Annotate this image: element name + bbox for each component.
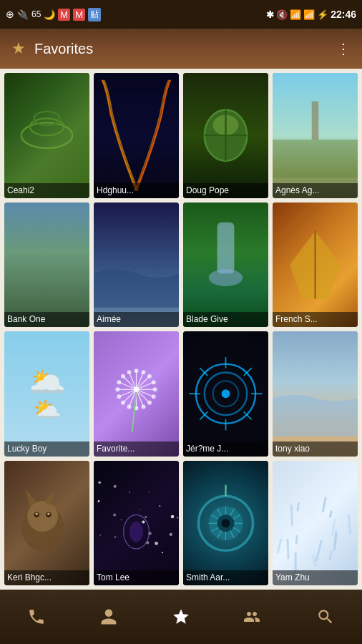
grid-item-4[interactable]: Bank One: [4, 203, 89, 328]
svg-point-32: [117, 380, 121, 384]
grid-item-15[interactable]: Yam Zhu: [273, 461, 358, 586]
grid-item-5[interactable]: Aimée: [94, 203, 179, 328]
grid-item-label-3: Agnès Ag...: [273, 183, 358, 198]
svg-point-42: [147, 374, 152, 379]
svg-line-17: [137, 389, 150, 403]
svg-line-33: [123, 376, 137, 390]
mute-icon: 🔇: [276, 9, 288, 20]
svg-point-72: [121, 519, 122, 519]
grid-item-11[interactable]: tony xiao: [273, 331, 358, 457]
grid-item-13[interactable]: Tom Lee: [94, 461, 179, 586]
svg-rect-119: [328, 550, 332, 560]
svg-line-41: [137, 376, 150, 390]
svg-rect-9: [217, 222, 235, 273]
grid-item-14[interactable]: Smith Aar...: [183, 461, 268, 586]
grid-item-12[interactable]: Keri Bhgc...: [4, 461, 89, 586]
battery-percent: 65: [31, 9, 41, 19]
grid-item-label-7: French S...: [273, 312, 358, 327]
grid-item-label-10: Jér?me J...: [183, 441, 268, 457]
svg-rect-116: [290, 504, 293, 526]
svg-line-25: [123, 389, 137, 403]
svg-point-77: [139, 509, 140, 509]
grid-item-label-13: Tom Lee: [94, 570, 179, 585]
svg-point-28: [117, 394, 121, 399]
svg-point-49: [222, 389, 230, 398]
nav-search[interactable]: [290, 608, 362, 626]
svg-rect-7: [273, 140, 358, 178]
grid-item-label-0: Ceahi2: [4, 183, 89, 198]
svg-rect-105: [276, 538, 282, 553]
svg-rect-107: [322, 497, 327, 512]
svg-rect-118: [328, 510, 332, 518]
grid-item-label-9: Favorite...: [94, 441, 179, 457]
grid-item-9[interactable]: Favorite...: [94, 331, 179, 457]
svg-point-70: [113, 513, 116, 516]
svg-rect-111: [287, 538, 290, 559]
grid-item-8[interactable]: 🌥️⛅ Lucky Boy: [4, 331, 89, 457]
svg-point-18: [147, 401, 152, 405]
svg-point-82: [114, 484, 117, 487]
svg-point-30: [115, 387, 119, 391]
time-display: 22:46: [331, 9, 356, 20]
svg-point-66: [129, 492, 130, 492]
nav-groups[interactable]: [217, 608, 290, 626]
usb-icon: 🔌: [17, 9, 29, 20]
svg-point-67: [170, 532, 172, 535]
grid-item-label-5: Aimée: [94, 312, 179, 327]
grid-item-0[interactable]: Ceahi2: [4, 73, 89, 198]
grid-item-3[interactable]: Agnès Ag...: [273, 73, 358, 198]
svg-rect-115: [315, 540, 323, 561]
grid-item-7[interactable]: French S...: [273, 203, 358, 328]
svg-point-71: [142, 520, 145, 523]
svg-rect-117: [295, 552, 297, 572]
svg-point-26: [121, 401, 125, 405]
header-star-icon: ★: [11, 39, 26, 58]
svg-point-14: [153, 387, 157, 391]
svg-point-68: [145, 516, 147, 518]
grid-item-label-8: Lucky Boy: [4, 441, 89, 457]
svg-point-78: [98, 481, 101, 484]
svg-point-73: [155, 542, 158, 545]
svg-point-16: [152, 394, 156, 399]
svg-point-83: [177, 517, 178, 518]
svg-point-76: [162, 552, 163, 553]
grid-item-label-12: Keri Bhgc...: [4, 570, 89, 585]
svg-point-10: [209, 269, 243, 286]
favorites-grid: Ceahi2 Hdghuu... Doug Pope Agnès Ag...Ba…: [0, 69, 362, 590]
nav-contacts[interactable]: [72, 608, 145, 626]
nav-phone[interactable]: [0, 608, 72, 626]
add-icon: ⊕: [6, 9, 14, 20]
svg-point-85: [98, 500, 100, 502]
svg-point-40: [142, 370, 146, 374]
svg-point-65: [47, 512, 50, 515]
moon-icon: 🌙: [44, 9, 55, 20]
grid-item-10[interactable]: Jér?me J...: [183, 331, 268, 457]
clip-icon: 贴: [88, 8, 101, 21]
grid-item-label-15: Yam Zhu: [273, 570, 358, 585]
bottom-navigation: [0, 590, 362, 644]
svg-point-64: [35, 512, 38, 515]
grid-item-2[interactable]: Doug Pope: [183, 73, 268, 198]
nav-favorites[interactable]: [145, 608, 217, 626]
svg-point-84: [114, 536, 117, 538]
status-bar: ⊕ 🔌 65 🌙 M M 贴 ✱ 🔇 📶 📶 ⚡ 22:46: [0, 0, 362, 29]
signal-icon: 📶: [303, 9, 315, 20]
svg-point-34: [121, 374, 125, 379]
grid-item-label-2: Doug Pope: [183, 183, 268, 198]
bluetooth-icon: ✱: [266, 9, 274, 20]
svg-point-38: [134, 369, 139, 373]
svg-point-79: [171, 514, 175, 518]
grid-item-6[interactable]: Blade Give: [183, 203, 268, 328]
grid-item-label-4: Bank One: [4, 312, 89, 327]
svg-point-44: [152, 380, 156, 384]
grid-item-label-6: Blade Give: [183, 312, 268, 327]
grid-item-label-1: Hdghuu...: [94, 183, 179, 198]
grid-item-1[interactable]: Hdghuu...: [94, 73, 179, 198]
wifi-icon: 📶: [290, 9, 301, 20]
more-options-icon[interactable]: ⋮: [336, 40, 351, 57]
svg-point-24: [127, 405, 132, 409]
header: ★ Favorites ⋮: [0, 29, 362, 69]
page-title: Favorites: [34, 41, 328, 57]
svg-point-87: [129, 521, 143, 542]
svg-point-91: [222, 519, 230, 527]
